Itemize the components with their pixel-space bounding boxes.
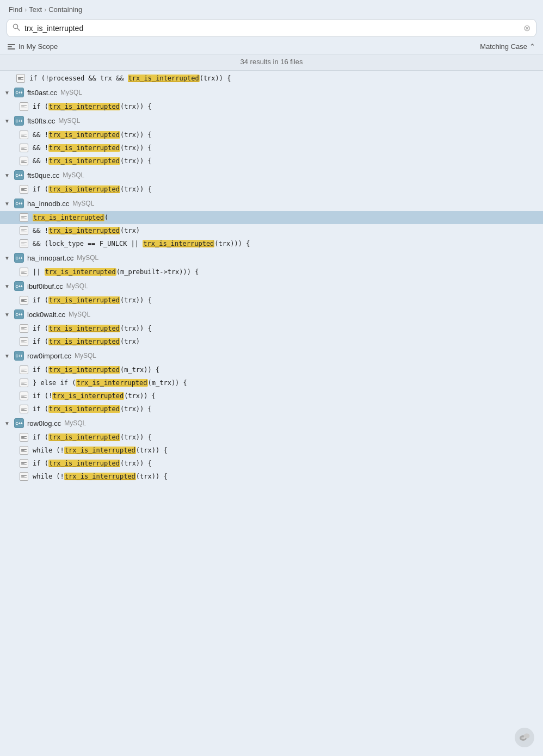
matching-case-filter[interactable]: Matching Case ⌃ — [480, 42, 535, 51]
cpp-file-icon: C++ — [14, 309, 24, 319]
results-list[interactable]: if (!processed && trx && trx_is_interrup… — [0, 71, 543, 756]
scope-filter[interactable]: In My Scope — [8, 42, 58, 51]
result-file-icon — [20, 392, 28, 400]
search-input[interactable] — [24, 24, 519, 33]
code-after: (trx)) { — [120, 325, 152, 332]
result-item[interactable]: while (!trx_is_interrupted(trx)) { — [0, 470, 543, 483]
code-after: (m_trx)) { — [120, 366, 159, 374]
code-before: if ( — [33, 296, 48, 304]
code-highlight: trx_is_interrupted — [48, 405, 120, 413]
code-after: (trx)) { — [120, 185, 152, 193]
code-after: (trx)) { — [120, 157, 152, 165]
result-item[interactable]: if (!trx_is_interrupted(trx)) { — [0, 389, 543, 402]
result-item[interactable]: if (trx_is_interrupted(trx)) { — [0, 457, 543, 470]
result-file-icon — [20, 365, 28, 374]
chat-icon[interactable] — [515, 728, 534, 747]
collapse-chevron-icon: ▼ — [4, 172, 11, 178]
code-highlight: trx_is_interrupted — [48, 227, 120, 234]
result-item[interactable]: if (trx_is_interrupted(trx)) { — [0, 402, 543, 416]
code-highlight: trx_is_interrupted — [48, 131, 120, 139]
file-group-header[interactable]: ▼C++fts0fts.cc MySQL — [0, 113, 543, 128]
code-before: if ( — [33, 338, 48, 345]
cpp-file-icon: C++ — [14, 170, 24, 180]
code-after: (trx)) { — [120, 144, 152, 152]
cpp-file-icon: C++ — [14, 116, 24, 126]
code-after: (trx) — [120, 227, 140, 234]
svg-point-5 — [523, 738, 524, 739]
file-group-header[interactable]: ▼C++row0log.cc MySQL — [0, 416, 543, 431]
result-item[interactable]: && (lock_type == F_UNLCK || trx_is_inter… — [0, 237, 543, 250]
code-after: (trx)) { — [120, 460, 152, 467]
file-group-header[interactable]: ▼C++fts0que.cc MySQL — [0, 168, 543, 183]
result-item[interactable]: if (trx_is_interrupted(m_trx)) { — [0, 363, 543, 376]
result-item[interactable]: if (trx_is_interrupted(trx)) { — [0, 100, 543, 113]
result-item[interactable]: if (trx_is_interrupted(trx)) { — [0, 431, 543, 444]
collapse-chevron-icon: ▼ — [4, 201, 11, 207]
code-highlight: trx_is_interrupted — [64, 473, 136, 480]
clear-search-button[interactable]: ⊗ — [523, 23, 530, 33]
cpp-file-icon: C++ — [14, 281, 24, 291]
code-before: if ( — [33, 433, 48, 441]
code-before: && ! — [33, 227, 48, 234]
code-after: (m_trx)) { — [148, 379, 187, 387]
result-file-icon — [20, 379, 28, 387]
file-name-label: fts0ast.cc — [27, 89, 57, 97]
file-group-header[interactable]: ▼C++fts0ast.cc MySQL — [0, 85, 543, 100]
code-before: || — [33, 268, 45, 276]
result-item[interactable]: && !trx_is_interrupted(trx)) { — [0, 154, 543, 168]
result-item[interactable]: if (trx_is_interrupted(trx)) { — [0, 322, 543, 335]
result-item[interactable]: && !trx_is_interrupted(trx)) { — [0, 128, 543, 141]
results-summary: 34 results in 16 files — [0, 54, 543, 71]
result-item[interactable]: if (!processed && trx && trx_is_interrup… — [0, 72, 543, 85]
file-group-header[interactable]: ▼C++lock0wait.cc MySQL — [0, 307, 543, 322]
result-item[interactable]: if (trx_is_interrupted(trx) — [0, 335, 543, 348]
code-before: if (!processed && trx && — [29, 75, 128, 82]
result-item[interactable]: trx_is_interrupted( — [0, 211, 543, 224]
collapse-chevron-icon: ▼ — [4, 312, 11, 318]
code-before: && ! — [33, 157, 48, 165]
result-item[interactable]: && !trx_is_interrupted(trx) — [0, 224, 543, 237]
file-type-label: MySQL — [69, 311, 90, 318]
result-file-icon — [20, 433, 28, 442]
breadcrumb-sep-2: › — [44, 6, 46, 14]
result-file-icon — [20, 102, 28, 111]
file-group-header[interactable]: ▼C++ibuf0ibuf.cc MySQL — [0, 278, 543, 294]
file-name-label: fts0fts.cc — [27, 117, 55, 125]
code-after: (trx))) { — [214, 240, 250, 247]
code-after: (trx)) { — [136, 447, 168, 454]
file-type-label: MySQL — [77, 254, 98, 262]
breadcrumb-find[interactable]: Find — [9, 5, 22, 14]
cpp-file-icon: C++ — [14, 88, 24, 97]
file-group-header[interactable]: ▼C++ha_innopart.cc MySQL — [0, 250, 543, 265]
code-before: && ! — [33, 144, 48, 152]
file-group-header[interactable]: ▼C++ha_innodb.cc MySQL — [0, 196, 543, 211]
result-file-icon — [20, 213, 28, 222]
breadcrumb-text[interactable]: Text — [29, 5, 42, 14]
result-file-icon — [20, 239, 28, 248]
result-file-icon — [20, 144, 28, 152]
svg-point-6 — [524, 738, 525, 739]
collapse-chevron-icon: ▼ — [4, 283, 11, 289]
code-after: (trx)) { — [120, 296, 152, 304]
result-file-icon — [20, 157, 28, 165]
file-type-label: MySQL — [63, 171, 84, 179]
code-highlight: trx_is_interrupted — [48, 325, 120, 332]
file-name-label: ibuf0ibuf.cc — [27, 282, 63, 290]
code-highlight: trx_is_interrupted — [48, 296, 120, 304]
scope-label: In My Scope — [18, 42, 58, 51]
code-before: && (lock_type == F_UNLCK || — [33, 240, 143, 247]
code-highlight: trx_is_interrupted — [33, 214, 104, 221]
result-item[interactable]: if (trx_is_interrupted(trx)) { — [0, 183, 543, 196]
result-item[interactable]: } else if (trx_is_interrupted(m_trx)) { — [0, 376, 543, 389]
collapse-chevron-icon: ▼ — [4, 118, 11, 124]
cpp-file-icon: C++ — [14, 199, 24, 208]
code-highlight: trx_is_interrupted — [48, 338, 120, 345]
result-item[interactable]: while (!trx_is_interrupted(trx)) { — [0, 444, 543, 457]
result-item[interactable]: && !trx_is_interrupted(trx)) { — [0, 141, 543, 154]
scope-icon — [8, 44, 15, 49]
result-item[interactable]: || trx_is_interrupted(m_prebuilt->trx)))… — [0, 265, 543, 278]
result-file-icon — [20, 296, 28, 305]
file-group-header[interactable]: ▼C++row0import.cc MySQL — [0, 348, 543, 363]
result-item[interactable]: if (trx_is_interrupted(trx)) { — [0, 294, 543, 307]
result-file-icon — [20, 459, 28, 468]
